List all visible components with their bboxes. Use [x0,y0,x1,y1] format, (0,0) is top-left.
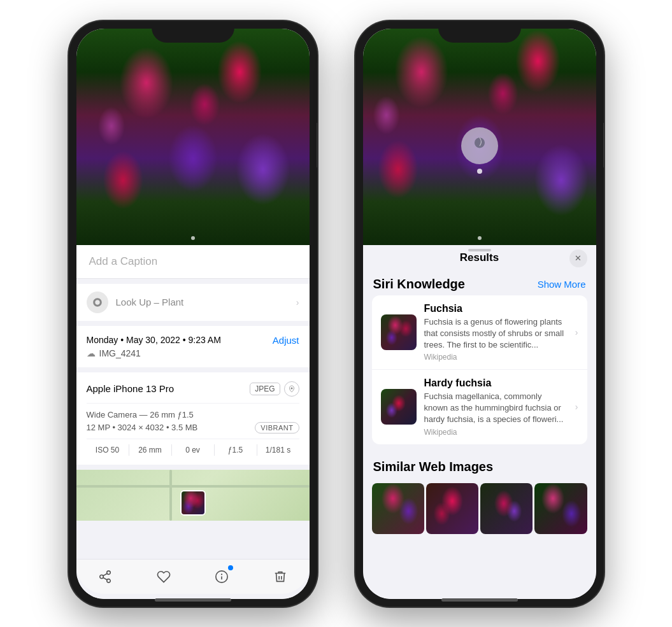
results-header: Results ✕ [363,245,596,272]
adjust-button[interactable]: Adjust [273,335,299,346]
hardy-source: Wikipedia [424,428,568,437]
caption-placeholder[interactable]: Add a Caption [89,255,158,267]
info-badge [227,564,234,572]
lookup-label: Look Up – Plant [116,297,184,307]
flower-image-left [76,29,310,245]
cloud-icon: ☁ [87,348,96,358]
similar-img-2[interactable] [426,483,478,534]
svg-point-0 [290,387,292,389]
show-more-button[interactable]: Show More [538,279,586,290]
knowledge-card: Fuchsia Fuchsia is a genus of flowering … [372,295,587,444]
lookup-icon [87,292,108,313]
siri-leaf-icon [471,136,488,156]
device-name: Apple iPhone 13 Pro [87,383,175,394]
similar-img-1[interactable] [372,483,424,534]
page-indicator [191,236,195,240]
fuchsia-thumb-image [381,314,417,350]
knowledge-item-hardy[interactable]: Hardy fuchsia Fuchsia magellanica, commo… [372,370,587,444]
similar-img-4[interactable] [534,483,587,534]
map-road-h [76,485,310,488]
hardy-name: Hardy fuchsia [424,377,568,389]
device-section: Apple iPhone 13 Pro JPEG Wide Camera — 2… [76,372,310,465]
home-bar [155,598,231,602]
page-indicator-right [478,236,482,240]
exif-aperture: ƒ1.5 [215,444,257,456]
delete-button[interactable] [266,563,294,591]
close-button[interactable]: ✕ [569,250,587,267]
right-phone: Results ✕ Siri Knowledge Show More [355,21,604,607]
filename-row: ☁ IMG_4241 [87,348,299,358]
hardy-thumbnail [381,389,417,425]
hardy-thumb-image [381,389,417,425]
exif-shutter: 1/181 s [257,444,299,456]
fuchsia-name: Fuchsia [424,303,568,314]
fuchsia-thumbnail [381,314,417,350]
similar-img-3[interactable] [480,483,533,534]
fuchsia-source: Wikipedia [424,353,568,362]
map-road-v [169,470,172,521]
date-row: Monday • May 30, 2022 • 9:23 AM Adjust [87,335,299,346]
siri-dot [477,169,482,174]
device-badges: JPEG [250,381,299,397]
info-button[interactable] [208,563,236,591]
caption-area[interactable]: Add a Caption [76,245,310,279]
vibrant-badge: VIBRANT [255,422,299,433]
meta-section: Monday • May 30, 2022 • 9:23 AM Adjust ☁… [76,326,310,367]
left-phone: Add a Caption Look Up – Plant › [69,21,317,607]
spec-line-1: Wide Camera — 26 mm ƒ1.5 [87,410,299,419]
similar-title: Similar Web Images [373,460,494,474]
hardy-content: Hardy fuchsia Fuchsia magellanica, commo… [424,377,568,437]
similar-images-row [363,483,596,534]
device-row: Apple iPhone 13 Pro JPEG [87,381,299,404]
lookup-chevron: › [296,297,299,307]
exif-mm: 26 mm [129,444,172,456]
main-container: Add a Caption Look Up – Plant › [0,0,672,627]
filename: IMG_4241 [99,348,141,358]
photo-area-left[interactable] [76,29,310,245]
left-screen: Add a Caption Look Up – Plant › [76,29,310,599]
map-thumb-image [182,491,204,514]
exif-row: ISO 50 26 mm 0 ev ƒ1.5 1/181 s [87,439,299,456]
knowledge-item-fuchsia[interactable]: Fuchsia Fuchsia is a genus of flowering … [372,295,587,370]
hardy-desc: Fuchsia magellanica, commonly known as t… [424,391,568,426]
map-thumbnail [180,490,206,516]
similar-section: Similar Web Images [363,454,596,534]
like-button[interactable] [150,563,178,591]
camera-specs: Wide Camera — 26 mm ƒ1.5 12 MP • 3024 × … [87,404,299,433]
visual-lookup-button[interactable] [461,127,498,164]
results-title: Results [460,251,499,264]
spec-text-1: Wide Camera — 26 mm ƒ1.5 [87,410,194,419]
spec-text-2: 12 MP • 3024 × 4032 • 3.5 MB [87,423,198,432]
exif-ev: 0 ev [172,444,215,456]
exif-iso: ISO 50 [87,444,129,456]
lookup-row[interactable]: Look Up – Plant › [76,284,310,321]
siri-knowledge-header: Siri Knowledge Show More [363,272,596,295]
share-button[interactable] [91,563,119,591]
spec-line-2: 12 MP • 3024 × 4032 • 3.5 MB VIBRANT [87,422,299,433]
toolbar [76,559,310,594]
hardy-chevron: › [575,402,578,412]
close-label: ✕ [575,253,582,263]
location-icon [284,381,299,397]
photo-date: Monday • May 30, 2022 • 9:23 AM [87,335,221,345]
similar-header: Similar Web Images [363,454,596,478]
info-area: Add a Caption Look Up – Plant › [76,245,310,599]
fuchsia-chevron: › [575,327,578,337]
lookup-prefix: Look Up – [116,297,159,307]
fuchsia-content: Fuchsia Fuchsia is a genus of flowering … [424,303,568,362]
home-bar-right [441,598,518,602]
right-screen: Results ✕ Siri Knowledge Show More [363,29,596,599]
lookup-type: Plant [159,297,183,307]
drag-handle [468,249,491,251]
siri-knowledge-title: Siri Knowledge [373,277,465,292]
photo-area-right[interactable] [363,29,596,245]
format-badge: JPEG [250,383,280,395]
map-area[interactable] [76,470,310,521]
results-panel: Results ✕ Siri Knowledge Show More [363,245,596,599]
fuchsia-desc: Fuchsia is a genus of flowering plants t… [424,316,568,351]
